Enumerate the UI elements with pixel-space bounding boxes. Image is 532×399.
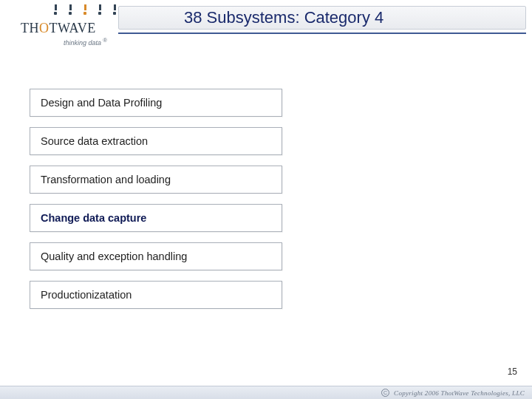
list-item-label: Productionizatation — [41, 289, 132, 301]
registered-icon: ® — [103, 37, 107, 44]
list-item: Quality and exception handling — [30, 242, 282, 270]
logo-text-pre: TH — [21, 21, 39, 35]
slide-header: 38 Subsystems: Category 4 THOTWAVE think… — [0, 0, 532, 52]
logo-text-o: O — [39, 21, 50, 35]
logo-wordmark: THOTWAVE — [21, 21, 96, 36]
category-list: Design and Data Profiling Source data ex… — [30, 89, 282, 319]
title-bar: 38 Subsystems: Category 4 — [118, 6, 526, 30]
list-item-active: Change data capture — [30, 204, 282, 232]
list-item-label: Transformation and loading — [41, 174, 171, 185]
list-item-label: Quality and exception handling — [41, 250, 187, 262]
logo-marks-icon — [50, 4, 120, 15]
logo-tagline: thinking data® — [64, 37, 107, 47]
footer: C Copyright 2006 ThotWave Technologies, … — [0, 386, 532, 399]
footer-text: Copyright 2006 ThotWave Technologies, LL… — [394, 389, 525, 397]
header-divider — [118, 33, 526, 34]
page-number: 15 — [508, 366, 517, 377]
copyright-icon: C — [381, 389, 389, 397]
list-item-label: Source data extraction — [41, 135, 148, 147]
slide-title: 38 Subsystems: Category 4 — [184, 8, 383, 27]
logo-text-post: TWAVE — [50, 21, 96, 35]
slide: 38 Subsystems: Category 4 THOTWAVE think… — [0, 0, 532, 399]
list-item: Productionizatation — [30, 281, 282, 309]
list-item: Source data extraction — [30, 127, 282, 155]
list-item-label: Change data capture — [41, 212, 146, 224]
list-item-label: Design and Data Profiling — [41, 97, 162, 109]
brand-logo: THOTWAVE thinking data® — [21, 4, 132, 50]
list-item: Transformation and loading — [30, 166, 282, 194]
list-item: Design and Data Profiling — [30, 89, 282, 117]
